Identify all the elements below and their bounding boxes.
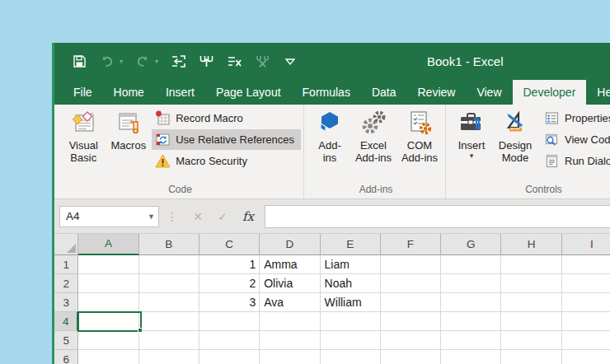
cancel-button[interactable]: ✕ [185,210,210,223]
cell-e1[interactable]: Liam [321,255,381,274]
cell[interactable] [501,312,561,331]
cell[interactable] [441,255,501,274]
tab-page-layout[interactable]: Page Layout [205,80,292,105]
cell[interactable] [501,274,561,293]
cell[interactable] [139,312,199,331]
tab-view[interactable]: View [466,80,512,105]
cell[interactable] [441,312,501,331]
cell[interactable] [562,274,610,293]
cell[interactable] [381,293,441,312]
name-box[interactable]: A4 ▼ [59,206,159,227]
cell[interactable] [441,350,501,364]
cell[interactable] [321,312,381,331]
cell[interactable] [139,331,199,350]
fill-handle[interactable] [138,328,143,333]
formula-input[interactable] [265,205,610,228]
tab-insert[interactable]: Insert [155,80,205,105]
cell[interactable] [381,331,441,350]
tab-data[interactable]: Data [361,80,407,105]
cell[interactable] [441,274,501,293]
excel-addins-button[interactable]: Excel Add-ins [350,106,396,164]
cell-d1[interactable]: Amma [260,255,320,274]
cell[interactable] [501,293,561,312]
design-mode-button[interactable]: Design Mode [492,106,538,164]
cell[interactable] [260,350,320,364]
row-header-2[interactable]: 2 [54,274,78,293]
cell[interactable] [78,331,138,350]
column-header-d[interactable]: D [260,234,320,255]
visual-basic-button[interactable]: Visual Basic [59,106,107,164]
macro-custom-icon-3[interactable] [226,54,242,70]
row-header-3[interactable]: 3 [54,293,78,312]
column-header-h[interactable]: H [501,234,561,255]
cell-e3[interactable]: William [321,293,381,312]
cell[interactable] [139,293,199,312]
undo-icon[interactable] [99,54,115,70]
cell[interactable] [78,274,138,293]
column-header-a[interactable]: A [78,234,138,255]
cell[interactable] [139,350,199,364]
insert-control-button[interactable]: Insert ▾ [451,106,492,160]
cell[interactable] [562,255,610,274]
column-header-i[interactable]: I [562,234,610,255]
cell[interactable] [260,312,320,331]
column-header-f[interactable]: F [381,234,441,255]
cell[interactable] [441,293,501,312]
cell[interactable] [381,312,441,331]
tab-help[interactable]: Help [586,80,610,105]
cell-d3[interactable]: Ava [260,293,320,312]
select-all-button[interactable] [54,234,78,255]
cell[interactable] [562,331,610,350]
row-header-4[interactable]: 4 [54,312,78,331]
macro-security-button[interactable]: Macro Security [152,151,301,171]
cell-c1[interactable]: 1 [199,255,260,274]
cell[interactable] [562,312,610,331]
formula-bar-drag-handle[interactable]: ⋮ [167,210,178,223]
macros-button[interactable]: Macros [107,106,149,152]
tab-developer[interactable]: Developer [513,80,587,105]
cell[interactable] [381,350,441,364]
row-header-6[interactable]: 6 [54,350,78,364]
macro-custom-icon-1[interactable] [170,54,186,70]
record-macro-button[interactable]: Record Macro [152,108,301,128]
cell[interactable] [562,293,610,312]
column-header-b[interactable]: B [139,234,199,255]
tab-review[interactable]: Review [407,80,467,105]
cell[interactable] [78,255,138,274]
cell-d2[interactable]: Olivia [260,274,320,293]
insert-function-button[interactable]: fx [235,209,261,224]
cell[interactable] [562,350,610,364]
cell-c3[interactable]: 3 [199,293,260,312]
com-addins-button[interactable]: COM Add-ins [396,106,443,164]
cell[interactable] [321,350,381,364]
save-icon[interactable] [71,54,87,70]
redo-icon[interactable] [134,54,151,70]
enter-button[interactable]: ✓ [210,210,235,223]
cell[interactable] [501,350,561,364]
cell[interactable] [139,274,199,293]
properties-button[interactable]: Properties [541,108,610,128]
cell[interactable] [501,331,561,350]
cell[interactable] [260,331,320,350]
cell-c2[interactable]: 2 [199,274,260,293]
cell[interactable] [501,255,561,274]
cell[interactable] [78,293,138,312]
addins-button[interactable]: Add- ins [309,106,350,164]
column-header-g[interactable]: G [441,234,501,255]
cell[interactable] [381,255,441,274]
cell[interactable] [381,274,441,293]
cell[interactable] [78,350,138,364]
cell[interactable] [321,331,381,350]
cell[interactable] [199,312,260,331]
cell[interactable] [199,331,260,350]
run-dialog-button[interactable]: Run Dialog [541,151,610,171]
name-box-dropdown-icon[interactable]: ▼ [148,212,155,221]
cell[interactable] [199,350,260,364]
customize-qat-dropdown-icon[interactable] [282,54,298,70]
use-relative-references-button[interactable]: Use Relative References [152,129,301,150]
column-header-c[interactable]: C [199,234,260,255]
redo-dropdown-icon[interactable]: ▾ [155,58,158,65]
cell-e2[interactable]: Noah [321,274,381,293]
tab-file[interactable]: File [63,80,103,105]
cell[interactable] [139,255,199,274]
